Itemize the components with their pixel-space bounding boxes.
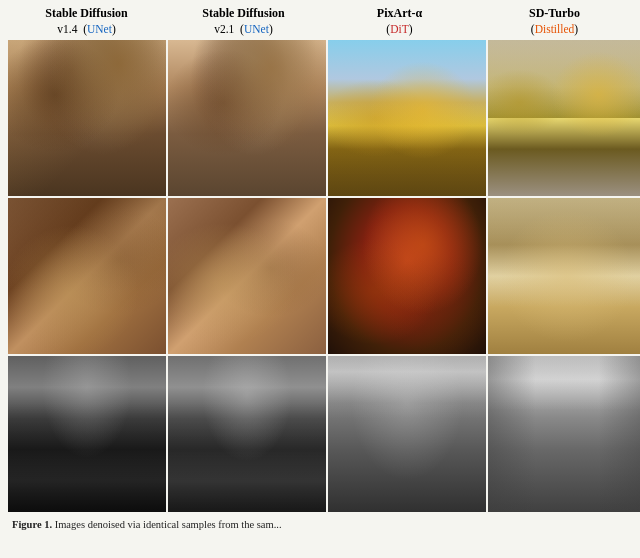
image-r3c2 [168,356,326,512]
col-title-sd14-line2: v1.4 (UNet) [57,22,115,37]
image-r2c2 [168,198,326,354]
image-r2c1 [8,198,166,354]
figure-label: Figure 1. [12,519,52,530]
col-title-sd21-line1: Stable Diffusion [202,6,284,22]
col-arch-row-pixart: (DiT) [386,22,412,37]
image-r3c1 [8,356,166,512]
image-r3c3 [328,356,486,512]
col-title-sd14-line1: Stable Diffusion [45,6,127,22]
col-arch-pixart: DiT [390,23,409,35]
image-r2c4 [488,198,640,354]
image-grid [8,40,640,512]
col-arch-sdturbo: Distilled [535,23,575,35]
col-header-sdturbo: SD-Turbo (Distilled) [477,6,632,37]
col-title-pixart: PixArt-α [377,6,422,22]
image-r2c3 [328,198,486,354]
col-title-sdturbo: SD-Turbo [529,6,580,22]
col-arch-row-sdturbo: (Distilled) [531,22,578,37]
image-r3c4 [488,356,640,512]
col-version-sd14: v1.4 [57,23,77,35]
col-arch-sd21: UNet [244,23,269,35]
col-header-pixart: PixArt-α (DiT) [322,6,477,37]
col-paren-close-sd21: ) [269,23,273,35]
col-paren-close-sd14: ) [112,23,116,35]
image-r1c3 [328,40,486,196]
col-header-sd21: Stable Diffusion v2.1 (UNet) [165,6,322,37]
image-r1c2 [168,40,326,196]
col-paren-close-sdturbo: ) [574,23,578,35]
col-title-sd21-line2: v2.1 (UNet) [214,22,272,37]
col-arch-sd14: UNet [87,23,112,35]
col-paren-close-pixart: ) [409,23,413,35]
figure-caption: Figure 1. Images denoised via identical … [8,516,632,535]
column-headers: Stable Diffusion v1.4 (UNet) Stable Diff… [8,6,632,37]
caption-text: Images denoised via identical samples fr… [52,519,281,530]
image-r1c1 [8,40,166,196]
page-container: Stable Diffusion v1.4 (UNet) Stable Diff… [0,0,640,558]
image-r1c4 [488,40,640,196]
col-header-sd14: Stable Diffusion v1.4 (UNet) [8,6,165,37]
col-version-sd21: v2.1 [214,23,234,35]
